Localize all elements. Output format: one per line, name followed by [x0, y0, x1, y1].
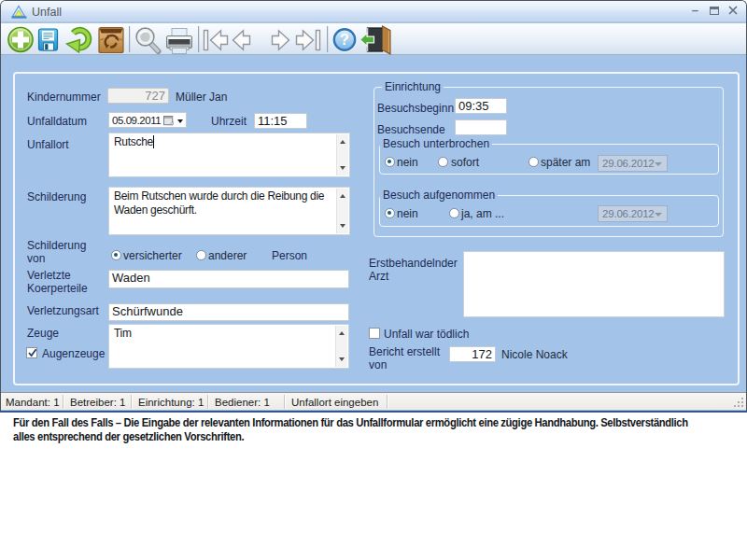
- svg-text:?: ?: [340, 32, 349, 48]
